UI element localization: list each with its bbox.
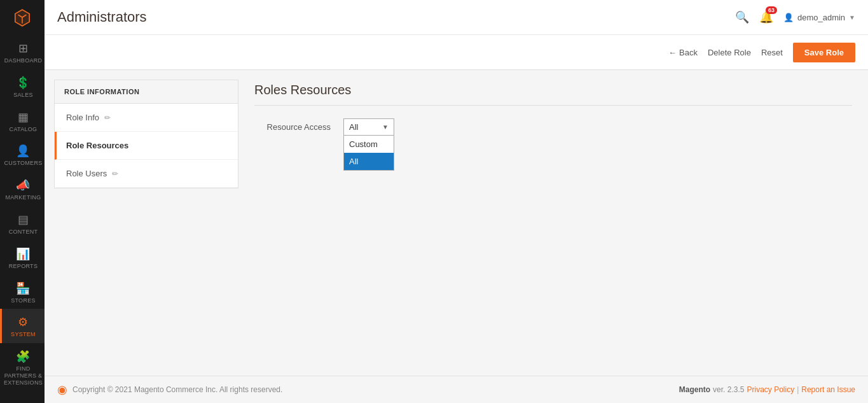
sales-icon: 💲	[16, 76, 30, 90]
chevron-down-icon: ▼	[849, 14, 855, 21]
panel-header: ROLE INFORMATION	[55, 80, 238, 104]
delete-role-button[interactable]: Delete Role	[708, 48, 751, 57]
privacy-policy-link[interactable]: Privacy Policy	[747, 385, 794, 394]
page-title: Administrators	[57, 9, 147, 25]
delete-role-label: Delete Role	[708, 48, 751, 57]
sidebar-item-catalog[interactable]: ▦ CATALOG	[0, 104, 45, 138]
left-panel: ROLE INFORMATION Role Info ✏ Role Resour…	[54, 80, 238, 188]
back-arrow-icon: ←	[668, 48, 677, 57]
sidebar-item-marketing[interactable]: 📣 MARKETING	[0, 172, 45, 206]
footer-separator: |	[797, 385, 799, 394]
footer-version-label: Magento	[679, 385, 710, 394]
role-resources-label: Role Resources	[66, 141, 128, 150]
content-icon: ▤	[18, 213, 29, 227]
sidebar-item-label: DASHBOARD	[4, 57, 43, 64]
find-partners-icon: 🧩	[16, 350, 30, 364]
role-info-label: Role Info	[66, 113, 99, 122]
stores-icon: 🏪	[16, 281, 30, 295]
role-users-label: Role Users	[66, 169, 107, 178]
sidebar: ⊞ DASHBOARD 💲 SALES ▦ CATALOG 👤 CUSTOMER…	[0, 0, 45, 403]
admin-user-menu[interactable]: 👤 demo_admin ▼	[783, 13, 855, 22]
reset-label: Reset	[761, 48, 783, 57]
sidebar-item-find-partners[interactable]: 🧩 FIND PARTNERS & EXTENSIONS	[0, 343, 45, 391]
sidebar-item-content[interactable]: ▤ CONTENT	[0, 206, 45, 241]
sidebar-item-stores[interactable]: 🏪 STORES	[0, 275, 45, 309]
sidebar-logo	[0, 0, 45, 35]
footer-right: Magento ver. 2.3.5 Privacy Policy | Repo…	[679, 385, 855, 394]
dropdown-current-value: All	[349, 122, 358, 132]
action-bar: ← Back Delete Role Reset Save Role	[45, 35, 868, 70]
marketing-icon: 📣	[16, 178, 30, 192]
back-button[interactable]: ← Back	[668, 48, 698, 57]
dropdown-chevron-icon: ▼	[382, 124, 389, 131]
catalog-icon: ▦	[18, 110, 29, 124]
edit-icon: ✏	[104, 113, 111, 122]
sidebar-item-label: REPORTS	[9, 263, 38, 270]
sidebar-item-label: MARKETING	[5, 194, 41, 201]
dropdown-option-custom[interactable]: Custom	[344, 136, 394, 153]
customers-icon: 👤	[16, 144, 30, 158]
resource-access-label: Resource Access	[254, 118, 331, 132]
top-header: Administrators 🔍 🔔 63 👤 demo_admin ▼	[45, 0, 868, 35]
footer-version-number: ver. 2.3.5	[713, 385, 744, 394]
edit-icon-users: ✏	[112, 169, 118, 178]
footer-logo-icon: ◉	[57, 383, 67, 397]
sidebar-item-label: SALES	[13, 92, 33, 99]
sidebar-item-label: FIND PARTNERS & EXTENSIONS	[4, 365, 43, 386]
resource-access-dropdown[interactable]: All ▼	[343, 118, 394, 136]
sidebar-item-system[interactable]: ⚙ SYSTEM	[0, 309, 45, 343]
system-icon: ⚙	[18, 315, 28, 329]
resource-access-dropdown-wrapper: All ▼ Custom All	[343, 118, 394, 136]
content-area: ROLE INFORMATION Role Info ✏ Role Resour…	[45, 70, 868, 376]
footer-copyright: Copyright © 2021 Magento Commerce Inc. A…	[72, 385, 282, 394]
sidebar-item-label: CONTENT	[9, 229, 38, 236]
sidebar-item-label: CATALOG	[10, 126, 38, 133]
main-content: Administrators 🔍 🔔 63 👤 demo_admin ▼ ← B…	[45, 0, 868, 403]
admin-username: demo_admin	[797, 13, 845, 22]
footer: ◉ Copyright © 2021 Magento Commerce Inc.…	[45, 376, 868, 403]
notification-bell[interactable]: 🔔 63	[759, 10, 773, 24]
sidebar-item-customers[interactable]: 👤 CUSTOMERS	[0, 138, 45, 172]
reports-icon: 📊	[16, 247, 30, 261]
sidebar-item-label: STORES	[11, 297, 36, 304]
admin-user-icon: 👤	[783, 13, 794, 22]
roles-resources-title: Roles Resources	[254, 83, 852, 106]
dashboard-icon: ⊞	[18, 41, 28, 55]
sidebar-item-sales[interactable]: 💲 SALES	[0, 69, 45, 104]
search-icon[interactable]: 🔍	[735, 10, 749, 24]
panel-item-role-users[interactable]: Role Users ✏	[55, 160, 238, 188]
footer-left: ◉ Copyright © 2021 Magento Commerce Inc.…	[57, 383, 282, 397]
sidebar-item-reports[interactable]: 📊 REPORTS	[0, 241, 45, 275]
dropdown-option-all[interactable]: All	[344, 153, 394, 170]
sidebar-item-label: CUSTOMERS	[4, 160, 42, 167]
sidebar-item-label: SYSTEM	[11, 331, 36, 338]
save-role-button[interactable]: Save Role	[793, 43, 855, 62]
sidebar-item-dashboard[interactable]: ⊞ DASHBOARD	[0, 35, 45, 69]
resource-access-row: Resource Access All ▼ Custom All	[254, 118, 852, 136]
resource-access-dropdown-menu: Custom All	[343, 136, 394, 171]
notification-badge: 63	[766, 6, 777, 14]
report-issue-link[interactable]: Report an Issue	[801, 385, 855, 394]
reset-button[interactable]: Reset	[761, 48, 783, 57]
panel-item-role-resources[interactable]: Role Resources	[55, 132, 238, 160]
right-panel: Roles Resources Resource Access All ▼ Cu…	[238, 70, 868, 376]
panel-item-role-info[interactable]: Role Info ✏	[55, 104, 238, 132]
header-right: 🔍 🔔 63 👤 demo_admin ▼	[735, 10, 855, 24]
